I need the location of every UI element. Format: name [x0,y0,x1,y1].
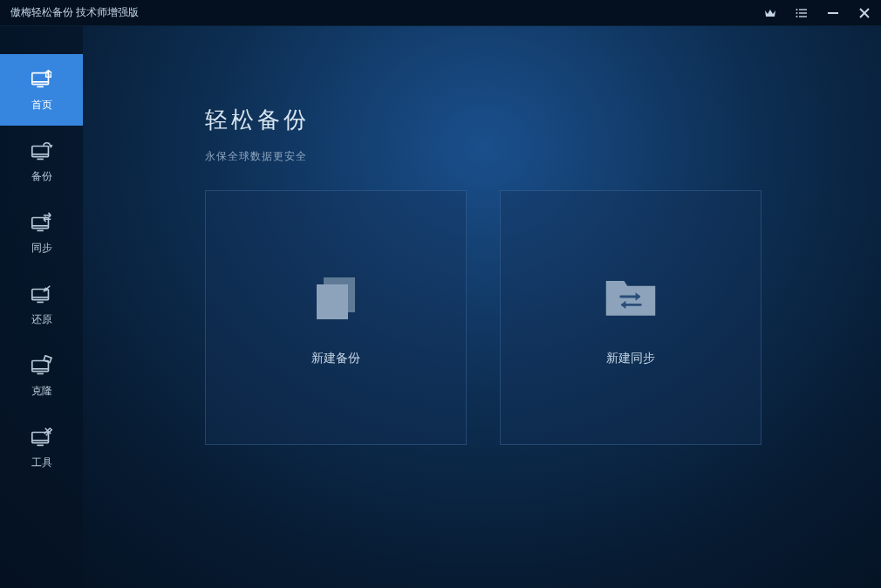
svg-rect-24 [44,355,51,362]
svg-point-4 [796,16,798,17]
page-subtitle: 永保全球数据更安全 [205,149,829,164]
card-label: 新建同步 [606,351,655,366]
svg-point-0 [796,9,798,10]
close-button[interactable] [857,5,872,21]
page-title: 轻松备份 [205,105,829,135]
card-label: 新建备份 [311,351,360,366]
sidebar-item-label: 首页 [31,98,52,113]
sidebar-item-tools[interactable]: 工具 [0,412,83,483]
home-icon [30,68,54,92]
new-backup-icon [308,269,364,325]
app-title: 傲梅轻松备份 技术师增强版 [10,5,139,20]
list-icon[interactable] [794,5,809,21]
titlebar-controls [762,5,872,21]
sidebar-item-label: 同步 [31,241,52,256]
crown-icon[interactable] [762,5,778,21]
clone-icon [30,354,54,379]
svg-rect-29 [317,284,348,319]
sidebar: 首页 备份 [0,26,83,588]
sidebar-item-restore[interactable]: 还原 [0,269,83,340]
sidebar-item-label: 克隆 [31,384,52,399]
titlebar: 傲梅轻松备份 技术师增强版 [0,0,881,26]
sidebar-item-home[interactable]: 首页 [0,54,83,126]
svg-rect-21 [31,360,48,371]
restore-icon [30,283,54,307]
tools-icon [30,426,54,450]
sync-icon [30,211,54,236]
card-new-backup[interactable]: 新建备份 [205,190,467,445]
app-body: 首页 备份 [0,26,881,588]
svg-rect-3 [799,12,807,13]
svg-rect-25 [31,432,48,442]
svg-rect-1 [799,9,807,10]
sidebar-item-label: 还原 [31,312,52,327]
card-new-sync[interactable]: 新建同步 [500,190,761,445]
minimize-button[interactable] [825,5,841,21]
svg-rect-12 [31,146,48,156]
sidebar-item-label: 工具 [31,455,52,470]
sidebar-item-backup[interactable]: 备份 [0,126,83,197]
sidebar-item-label: 备份 [31,169,52,184]
backup-icon [30,140,54,164]
svg-rect-5 [799,16,807,17]
svg-point-2 [796,12,798,14]
main-content: 轻松备份 永保全球数据更安全 新建备份 [83,26,881,588]
sidebar-item-clone[interactable]: 克隆 [0,340,83,412]
sidebar-item-sync[interactable]: 同步 [0,197,83,269]
new-sync-icon [603,269,659,325]
cards-row: 新建备份 新建同步 [205,190,829,445]
